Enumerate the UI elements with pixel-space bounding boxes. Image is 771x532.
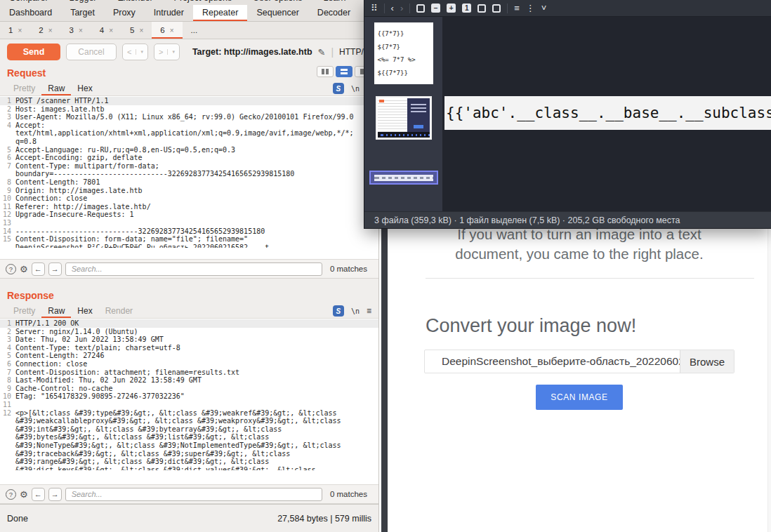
image-viewer-window: ⠿‹›−+1≡⋮˅ {{7*7}}${7*7}<%= 7*7 %>${{7*7}… <box>364 0 771 228</box>
viewer-thumbnail-sidebar: {{7*7}}${7*7}<%= 7*7 %>${{7*7}} <box>364 17 443 211</box>
chevron-down-icon[interactable]: ˅ <box>541 4 547 13</box>
repeater-tab-3[interactable]: 3× <box>61 22 91 39</box>
menu-tab-logger[interactable]: Logger <box>60 0 106 5</box>
prev-match-icon[interactable]: ← <box>32 262 45 276</box>
next-match-icon[interactable]: → <box>48 488 62 501</box>
viewer-main-area[interactable]: {{'abc'.__class__.__base__.__subclasses_… <box>443 17 771 211</box>
close-tab-icon[interactable]: × <box>139 27 143 34</box>
edit-target-pencil-icon[interactable]: ✎ <box>318 47 326 58</box>
response-tab-hex[interactable]: Hex <box>71 305 98 318</box>
close-tab-icon[interactable]: × <box>48 27 53 34</box>
apps-grid-icon[interactable]: ⠿ <box>371 4 378 13</box>
menu-tab-user-options[interactable]: User options <box>244 0 311 5</box>
layout-stacked-icon[interactable] <box>336 66 352 77</box>
line-text: <p>[&lt;class &#39;type&#39;&gt;, &lt;cl… <box>15 409 337 418</box>
main-tab-sequencer[interactable]: Sequencer <box>247 5 308 21</box>
zoom-100-icon[interactable]: 1 <box>462 4 471 13</box>
main-tab-target[interactable]: Target <box>61 5 104 21</box>
zoom-out-icon[interactable]: − <box>431 4 440 13</box>
gear-icon[interactable]: ⚙ <box>20 489 28 500</box>
line-number: 7 <box>0 162 15 171</box>
browser-scrollbar[interactable] <box>767 223 771 532</box>
main-tab-intruder[interactable]: Intruder <box>145 5 193 21</box>
scan-image-button[interactable]: SCAN IMAGE <box>536 385 623 410</box>
gear-icon[interactable]: ⚙ <box>20 264 28 274</box>
repeater-tab-4[interactable]: 4× <box>91 22 121 39</box>
history-back-button[interactable]: < ▾ <box>122 44 148 60</box>
line-number <box>0 170 15 178</box>
toolbar-separator <box>507 4 508 13</box>
menu-tab-learn[interactable]: Learn <box>314 0 355 5</box>
layout-columns-icon[interactable] <box>317 66 334 77</box>
payload-line: {{7*7}} <box>378 27 430 41</box>
request-tab-pretty[interactable]: Pretty <box>7 82 41 95</box>
forward-icon[interactable]: › <box>400 4 403 13</box>
next-match-icon[interactable]: → <box>48 262 62 276</box>
help-icon[interactable]: ? <box>6 489 16 500</box>
prev-match-icon[interactable]: ← <box>32 488 45 501</box>
dropdown-icon[interactable]: ▾ <box>167 49 179 55</box>
zoom-fit-icon[interactable] <box>416 4 425 13</box>
repeater-tab-6[interactable]: 6× <box>152 22 182 39</box>
repeater-tab-1[interactable]: 1× <box>0 22 30 39</box>
thumbnail-screenshot[interactable] <box>376 96 432 140</box>
cancel-button[interactable]: Cancel <box>66 44 117 60</box>
line-text: Content-Type: text/plain; charset=utf-8 <box>15 344 180 352</box>
thumbnail-payload-textfile[interactable]: {{7*7}}${7*7}<%= 7*7 %>${{7*7}} <box>374 22 433 84</box>
viewer-status-bar: 3 файла (359,3 kB) · 1 файл выделен (7,5… <box>364 211 771 228</box>
main-tab-proxy[interactable]: Proxy <box>104 5 145 21</box>
menu-tab-extender[interactable]: Extender <box>109 0 162 5</box>
close-tab-icon[interactable]: × <box>79 27 83 34</box>
expand-icon[interactable] <box>492 4 501 13</box>
repeater-more-tabs[interactable]: ... <box>183 22 206 39</box>
response-search-input[interactable] <box>65 488 322 501</box>
close-tab-icon[interactable]: × <box>109 27 113 34</box>
line-number: 11 <box>0 203 15 211</box>
code-line: 4Content-Type: text/plain; charset=utf-8 <box>0 344 378 352</box>
zoom-in-icon[interactable]: + <box>447 4 456 13</box>
back-icon[interactable]: ‹ <box>391 4 394 13</box>
fullscreen-icon[interactable] <box>477 4 486 13</box>
dropdown-icon[interactable]: ▾ <box>136 49 147 55</box>
editor-menu-icon[interactable]: ≡ <box>367 306 371 316</box>
response-tab-raw[interactable]: Raw <box>41 305 71 318</box>
code-line: 11Referer: http://images.late.htb/ <box>0 203 378 211</box>
request-search-input[interactable] <box>65 262 322 276</box>
close-tab-icon[interactable]: × <box>18 27 22 34</box>
line-number: 9 <box>0 385 15 393</box>
code-line: 9Cache-Control: no-cache <box>0 385 378 393</box>
request-editor[interactable]: 1POST /scanner HTTP/1.12Host: images.lat… <box>0 95 378 260</box>
response-editor[interactable]: 1HTTP/1.1 200 OK2Server: nginx/1.14.0 (U… <box>0 318 378 485</box>
intro-text-line1: If you want to turn an image into a text <box>388 226 771 243</box>
response-tab-pretty[interactable]: Pretty <box>7 305 41 318</box>
repeater-tab-5[interactable]: 5× <box>121 22 152 39</box>
response-match-count: 0 matches <box>330 490 367 498</box>
syntax-highlight-icon[interactable]: S <box>333 83 344 94</box>
main-tab-decoder[interactable]: Decoder <box>308 5 360 21</box>
line-text: boundary=---------------------------3226… <box>15 170 294 178</box>
file-upload-control[interactable]: DeepinScreenshot_выберите-область_202206… <box>424 350 734 373</box>
show-newlines-icon[interactable]: \n <box>351 85 360 93</box>
menu-tab-project-options[interactable]: Project options <box>165 0 242 5</box>
divider <box>426 278 754 279</box>
thumb-strip-content <box>374 175 433 181</box>
line-text: Content-Type: multipart/form-data; <box>15 162 159 171</box>
request-tab-raw[interactable]: Raw <box>41 82 71 95</box>
show-newlines-icon[interactable]: \n <box>351 307 360 315</box>
request-tab-hex[interactable]: Hex <box>71 82 98 95</box>
main-tab-repeater[interactable]: Repeater <box>193 5 247 21</box>
close-tab-icon[interactable]: × <box>170 27 174 34</box>
thumbnail-payload-strip-selected[interactable] <box>369 171 438 185</box>
syntax-highlight-icon[interactable]: S <box>333 305 344 317</box>
history-forward-button[interactable]: > ▾ <box>154 44 180 60</box>
response-tab-render[interactable]: Render <box>99 305 139 318</box>
menu-tab-comparer[interactable]: Comparer <box>0 0 58 5</box>
send-button[interactable]: Send <box>7 44 60 60</box>
help-icon[interactable]: ? <box>6 264 16 274</box>
code-line: &#39;dict_keys&#39;&gt;, &lt;class &#39;… <box>0 466 378 470</box>
browse-button[interactable]: Browse <box>680 350 734 373</box>
more-options-icon[interactable]: ⋮ <box>526 4 535 13</box>
repeater-tab-2[interactable]: 2× <box>30 22 60 39</box>
list-view-icon[interactable]: ≡ <box>514 4 520 13</box>
main-tab-dashboard[interactable]: Dashboard <box>0 5 61 21</box>
